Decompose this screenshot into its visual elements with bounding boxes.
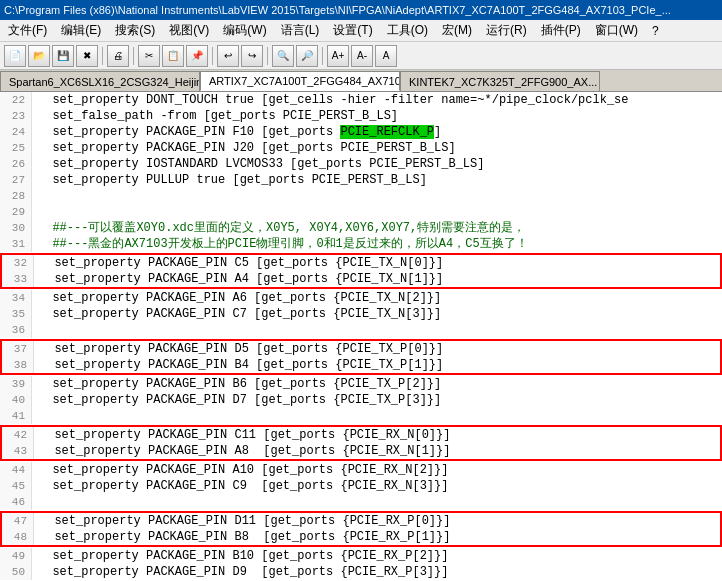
table-row: 30 ##---可以覆盖X0Y0.xdc里面的定义，X0Y5, X0Y4,X0Y…	[0, 220, 722, 236]
line-content: set_property PACKAGE_PIN B8 [get_ports {…	[34, 529, 720, 545]
tab-spartan6[interactable]: Spartan6_XC6SLX16_2CSG324_Heijin.ucf... …	[0, 71, 200, 91]
code-area[interactable]: 22 set_property DONT_TOUCH true [get_cel…	[0, 92, 722, 581]
line-number: 41	[0, 408, 32, 424]
line-number: 44	[0, 462, 32, 478]
table-row: 24 set_property PACKAGE_PIN F10 [get_por…	[0, 124, 722, 140]
line-number: 28	[0, 188, 32, 204]
line-number: 43	[2, 443, 34, 459]
line-number: 48	[2, 529, 34, 545]
table-row: 41	[0, 408, 722, 424]
red-box-group: 47 set_property PACKAGE_PIN D11 [get_por…	[0, 511, 722, 547]
line-content: set_property PACKAGE_PIN F10 [get_ports …	[32, 124, 722, 140]
line-number: 25	[0, 140, 32, 156]
line-content: set_property PACKAGE_PIN B6 [get_ports {…	[32, 376, 722, 392]
table-row: 43 set_property PACKAGE_PIN A8 [get_port…	[2, 443, 720, 459]
btn-close[interactable]: ✖	[76, 45, 98, 67]
line-content: set_property IOSTANDARD LVCMOS33 [get_po…	[32, 156, 722, 172]
line-number: 32	[2, 255, 34, 271]
menu-help[interactable]: ?	[648, 23, 663, 39]
menu-window[interactable]: 窗口(W)	[591, 21, 642, 40]
table-row: 42 set_property PACKAGE_PIN C11 [get_por…	[2, 427, 720, 443]
menu-file[interactable]: 文件(F)	[4, 21, 51, 40]
highlight-green: PCIE_REFCLK_P	[340, 125, 434, 139]
table-row: 45 set_property PACKAGE_PIN C9 [get_port…	[0, 478, 722, 494]
table-row: 32 set_property PACKAGE_PIN C5 [get_port…	[2, 255, 720, 271]
table-row: 34 set_property PACKAGE_PIN A6 [get_port…	[0, 290, 722, 306]
menu-run[interactable]: 运行(R)	[482, 21, 531, 40]
tab-artix7[interactable]: ARTIX7_XC7A100T_2FGG484_AX7103_PCIe_X4_B…	[200, 71, 400, 91]
line-content: set_property PACKAGE_PIN C5 [get_ports {…	[34, 255, 720, 271]
table-row: 49 set_property PACKAGE_PIN B10 [get_por…	[0, 548, 722, 564]
menu-edit[interactable]: 编辑(E)	[57, 21, 105, 40]
line-number: 31	[0, 236, 32, 252]
line-number: 33	[2, 271, 34, 287]
btn-cut[interactable]: ✂	[138, 45, 160, 67]
menu-settings[interactable]: 设置(T)	[329, 21, 376, 40]
line-number: 50	[0, 564, 32, 580]
table-row: 31 ##---黑金的AX7103开发板上的PCIE物理引脚，0和1是反过来的，…	[0, 236, 722, 252]
line-number: 38	[2, 357, 34, 373]
toolbar: 📄 📂 💾 ✖ 🖨 ✂ 📋 📌 ↩ ↪ 🔍 🔎 A+ A- A	[0, 42, 722, 70]
btn-replace[interactable]: 🔎	[296, 45, 318, 67]
line-number: 30	[0, 220, 32, 236]
btn-zoom-reset[interactable]: A	[375, 45, 397, 67]
menu-macro[interactable]: 宏(M)	[438, 21, 476, 40]
table-row: 35 set_property PACKAGE_PIN C7 [get_port…	[0, 306, 722, 322]
tab-kintek7[interactable]: KINTEK7_XC7K325T_2FFG900_AX... ✕	[400, 71, 600, 91]
line-number: 42	[2, 427, 34, 443]
btn-redo[interactable]: ↪	[241, 45, 263, 67]
line-number: 45	[0, 478, 32, 494]
table-row: 50 set_property PACKAGE_PIN D9 [get_port…	[0, 564, 722, 580]
menu-plugins[interactable]: 插件(P)	[537, 21, 585, 40]
line-number: 24	[0, 124, 32, 140]
menu-encode[interactable]: 编码(W)	[219, 21, 270, 40]
line-content: set_property PACKAGE_PIN C9 [get_ports {…	[32, 478, 722, 494]
tab-spartan6-label: Spartan6_XC6SLX16_2CSG324_Heijin.ucf...	[9, 76, 200, 88]
table-row: 48 set_property PACKAGE_PIN B8 [get_port…	[2, 529, 720, 545]
red-box-group: 32 set_property PACKAGE_PIN C5 [get_port…	[0, 253, 722, 289]
btn-find[interactable]: 🔍	[272, 45, 294, 67]
btn-zoom-out[interactable]: A-	[351, 45, 373, 67]
comment-text: ##---黑金的AX7103开发板上的PCIE物理引脚，0和1是反过来的，所以A…	[38, 237, 528, 251]
table-row: 29	[0, 204, 722, 220]
btn-paste[interactable]: 📌	[186, 45, 208, 67]
line-number: 29	[0, 204, 32, 220]
line-number: 47	[2, 513, 34, 529]
menu-bar: 文件(F) 编辑(E) 搜索(S) 视图(V) 编码(W) 语言(L) 设置(T…	[0, 20, 722, 42]
table-row: 22 set_property DONT_TOUCH true [get_cel…	[0, 92, 722, 108]
comment-text: ##---可以覆盖X0Y0.xdc里面的定义，X0Y5, X0Y4,X0Y6,X…	[38, 221, 525, 235]
line-content: ##---黑金的AX7103开发板上的PCIE物理引脚，0和1是反过来的，所以A…	[32, 236, 722, 252]
line-content: set_property PACKAGE_PIN D5 [get_ports {…	[34, 341, 720, 357]
toolbar-sep-3	[212, 47, 213, 65]
line-number: 39	[0, 376, 32, 392]
tab-kintek7-label: KINTEK7_XC7K325T_2FFG900_AX...	[409, 76, 597, 88]
table-row: 27 set_property PULLUP true [get_ports P…	[0, 172, 722, 188]
btn-zoom-in[interactable]: A+	[327, 45, 349, 67]
table-row: 26 set_property IOSTANDARD LVCMOS33 [get…	[0, 156, 722, 172]
line-content: set_property PACKAGE_PIN C11 [get_ports …	[34, 427, 720, 443]
btn-copy[interactable]: 📋	[162, 45, 184, 67]
line-content: ##---可以覆盖X0Y0.xdc里面的定义，X0Y5, X0Y4,X0Y6,X…	[32, 220, 722, 236]
btn-new[interactable]: 📄	[4, 45, 26, 67]
table-row: 36	[0, 322, 722, 338]
menu-search[interactable]: 搜索(S)	[111, 21, 159, 40]
menu-lang[interactable]: 语言(L)	[277, 21, 324, 40]
table-row: 38 set_property PACKAGE_PIN B4 [get_port…	[2, 357, 720, 373]
btn-print[interactable]: 🖨	[107, 45, 129, 67]
line-number: 23	[0, 108, 32, 124]
btn-undo[interactable]: ↩	[217, 45, 239, 67]
line-content: set_false_path -from [get_ports PCIE_PER…	[32, 108, 722, 124]
toolbar-sep-1	[102, 47, 103, 65]
btn-save[interactable]: 💾	[52, 45, 74, 67]
btn-open[interactable]: 📂	[28, 45, 50, 67]
line-number: 37	[2, 341, 34, 357]
line-content: set_property PACKAGE_PIN D11 [get_ports …	[34, 513, 720, 529]
title-text: C:\Program Files (x86)\National Instrume…	[4, 4, 671, 16]
menu-view[interactable]: 视图(V)	[165, 21, 213, 40]
toolbar-sep-2	[133, 47, 134, 65]
line-content: set_property PACKAGE_PIN A4 [get_ports {…	[34, 271, 720, 287]
line-content: set_property PULLUP true [get_ports PCIE…	[32, 172, 722, 188]
red-box-group: 42 set_property PACKAGE_PIN C11 [get_por…	[0, 425, 722, 461]
menu-tools[interactable]: 工具(O)	[383, 21, 432, 40]
line-content: set_property PACKAGE_PIN B10 [get_ports …	[32, 548, 722, 564]
